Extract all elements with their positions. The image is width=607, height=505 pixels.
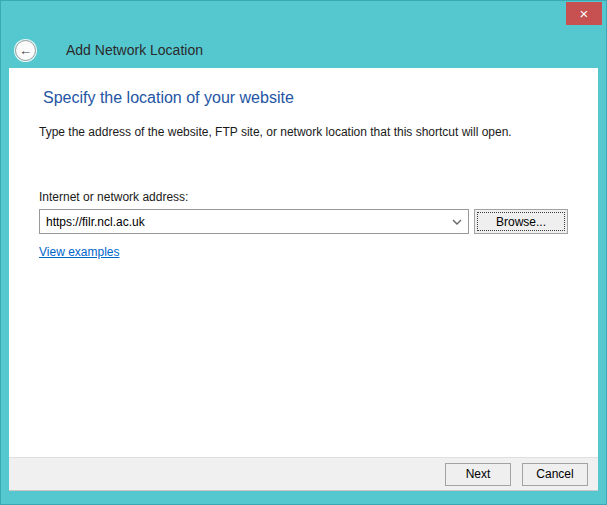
wizard-content: Specify the location of your website Typ…: [9, 68, 598, 457]
close-button[interactable]: ×: [566, 2, 602, 25]
add-network-location-window: × ← Add Network Location Specify the loc…: [0, 0, 607, 505]
address-label: Internet or network address:: [39, 190, 188, 204]
chevron-down-icon[interactable]: [446, 219, 468, 225]
address-combobox[interactable]: [39, 209, 469, 234]
back-arrow-icon: ←: [19, 44, 32, 57]
instruction-text: Type the address of the website, FTP sit…: [39, 125, 512, 139]
view-examples-link[interactable]: View examples: [39, 245, 119, 259]
window-bottom-border: [1, 491, 606, 504]
footer-bar: Next Cancel: [9, 457, 598, 491]
address-input[interactable]: [40, 210, 446, 233]
close-icon: ×: [580, 6, 589, 21]
cancel-button[interactable]: Cancel: [522, 463, 588, 486]
next-button[interactable]: Next: [445, 463, 511, 486]
address-row: Browse...: [39, 209, 568, 234]
browse-button[interactable]: Browse...: [474, 209, 568, 234]
title-bar: × ← Add Network Location: [1, 1, 606, 68]
back-button[interactable]: ←: [15, 40, 36, 61]
page-title: Specify the location of your website: [43, 89, 294, 107]
window-title: Add Network Location: [66, 42, 203, 58]
